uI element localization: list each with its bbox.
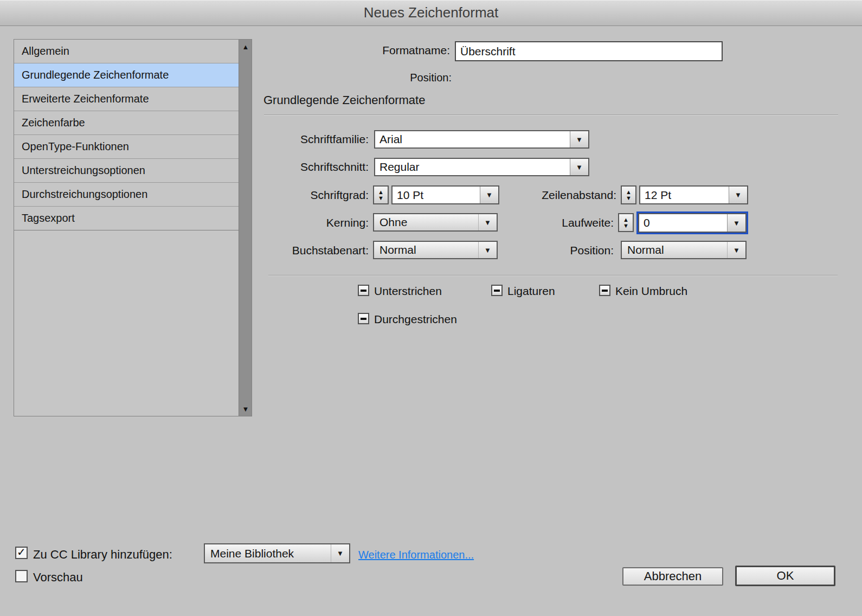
buchstabenart-label: Buchstabenart:: [249, 244, 369, 257]
chevron-down-icon[interactable]: ▼: [729, 187, 747, 203]
sidebar-item-tagsexport[interactable]: Tagsexport: [14, 207, 239, 230]
stepper-down-icon[interactable]: ▼: [623, 223, 629, 229]
stepper-down-icon[interactable]: ▼: [378, 195, 384, 201]
kerning-value: Ohne: [374, 214, 478, 230]
section-divider: [264, 114, 838, 116]
stepper-down-icon[interactable]: ▼: [626, 195, 632, 201]
vorschau-label: Vorschau: [33, 570, 83, 585]
chevron-down-icon[interactable]: ▼: [478, 214, 497, 230]
chevron-down-icon[interactable]: ▼: [727, 242, 745, 258]
schriftfamilie-label: Schriftfamilie:: [249, 133, 369, 146]
laufweite-value: 0: [639, 214, 727, 232]
unterstrichen-label: Unterstrichen: [374, 285, 442, 298]
schriftschnitt-label: Schriftschnitt:: [249, 161, 369, 174]
durchgestrichen-checkbox[interactable]: [358, 313, 369, 324]
indeterminate-dash-icon: [361, 318, 366, 320]
schriftgrad-combo[interactable]: 10 Pt ▼: [391, 185, 499, 204]
sidebar-item-erweiterte-zeichenformate[interactable]: Erweiterte Zeichenformate: [14, 87, 239, 111]
sidebar-item-unterstreichungsoptionen[interactable]: Unterstreichungsoptionen: [14, 159, 239, 183]
chevron-down-icon[interactable]: ▼: [570, 159, 588, 175]
sidebar-item-grundlegende-zeichenformate[interactable]: Grundlegende Zeichenformate: [14, 63, 239, 87]
zeilenabstand-value: 12 Pt: [640, 187, 729, 203]
zeilenabstand-label: Zeilenabstand:: [499, 189, 616, 202]
zeilenabstand-stepper[interactable]: ▲ ▼: [621, 185, 636, 204]
sidebar-item-opentype-funktionen[interactable]: OpenType-Funktionen: [14, 135, 239, 159]
schriftgrad-value: 10 Pt: [393, 187, 480, 203]
schriftschnitt-combo[interactable]: Regular ▼: [374, 158, 589, 176]
laufweite-combo[interactable]: 0 ▼: [638, 213, 747, 233]
weitere-informationen-link[interactable]: Weitere Informationen...: [358, 549, 474, 561]
schriftgrad-stepper[interactable]: ▲ ▼: [373, 185, 389, 204]
cancel-button[interactable]: Abbrechen: [622, 567, 723, 586]
indeterminate-dash-icon: [361, 290, 366, 292]
sidebar-item-zeichenfarbe[interactable]: Zeichenfarbe: [14, 111, 239, 135]
cc-library-value: Meine Bibliothek: [205, 544, 331, 562]
indeterminate-dash-icon: [602, 290, 608, 292]
stepper-up-icon[interactable]: ▲: [623, 217, 629, 223]
stepper-up-icon[interactable]: ▲: [378, 189, 384, 195]
indeterminate-dash-icon: [494, 290, 500, 292]
laufweite-label: Laufweite:: [499, 216, 614, 229]
scroll-down-icon[interactable]: ▼: [239, 403, 252, 415]
chevron-down-icon[interactable]: ▼: [478, 242, 497, 258]
cancel-button-label: Abbrechen: [644, 569, 702, 583]
schriftgrad-label: Schriftgrad:: [249, 189, 369, 202]
position-top-label: Position:: [304, 72, 452, 84]
formatname-label: Formatname:: [304, 44, 450, 57]
position-value: Normal: [622, 242, 727, 258]
zeilenabstand-combo[interactable]: 12 Pt ▼: [639, 185, 748, 204]
ok-button-label: OK: [777, 569, 794, 583]
kerning-popup[interactable]: Ohne ▼: [373, 213, 498, 232]
check-icon: ✓: [17, 546, 26, 559]
buchstabenart-value: Normal: [374, 242, 478, 258]
kein-umbruch-label: Kein Umbruch: [615, 285, 687, 298]
stepper-up-icon[interactable]: ▲: [626, 189, 632, 195]
sidebar-item-durchstreichungsoptionen[interactable]: Durchstreichungsoptionen: [14, 183, 239, 207]
unterstrichen-checkbox[interactable]: [358, 285, 369, 296]
formatname-input[interactable]: Überschrift: [455, 41, 723, 61]
buchstabenart-popup[interactable]: Normal ▼: [373, 241, 498, 259]
vorschau-checkbox[interactable]: [15, 570, 28, 582]
style-options-items: Allgemein Grundlegende Zeichenformate Er…: [14, 40, 239, 230]
chevron-down-icon[interactable]: ▼: [570, 131, 588, 147]
cc-library-popup[interactable]: Meine Bibliothek ▼: [204, 543, 350, 563]
schriftfamilie-value: Arial: [375, 131, 570, 147]
schriftfamilie-combo[interactable]: Arial ▼: [374, 130, 589, 149]
cc-library-checkbox[interactable]: ✓: [15, 547, 28, 559]
position-popup[interactable]: Normal ▼: [621, 241, 747, 259]
position-label: Position:: [499, 244, 614, 257]
chevron-down-icon[interactable]: ▼: [331, 544, 349, 562]
sidebar-item-allgemein[interactable]: Allgemein: [14, 40, 239, 63]
kerning-label: Kerning:: [249, 216, 369, 229]
dialog-title: Neues Zeichenformat: [364, 4, 499, 21]
durchgestrichen-label: Durchgestrichen: [374, 313, 457, 326]
kein-umbruch-checkbox[interactable]: [599, 285, 610, 296]
style-options-list: Allgemein Grundlegende Zeichenformate Er…: [14, 39, 252, 416]
formatname-value: Überschrift: [460, 45, 516, 58]
scroll-up-icon[interactable]: ▲: [239, 41, 252, 53]
section-title: Grundlegende Zeichenformate: [263, 93, 425, 107]
dialog-title-bar: Neues Zeichenformat: [0, 0, 862, 26]
ligaturen-checkbox[interactable]: [491, 285, 503, 296]
laufweite-stepper[interactable]: ▲ ▼: [618, 213, 634, 232]
ligaturen-label: Ligaturen: [507, 285, 555, 298]
cc-library-label: Zu CC Library hinzufügen:: [33, 548, 172, 562]
chevron-down-icon[interactable]: ▼: [480, 187, 498, 203]
chevron-down-icon[interactable]: ▼: [727, 214, 745, 232]
ok-button[interactable]: OK: [735, 566, 835, 586]
schriftschnitt-value: Regular: [375, 159, 570, 175]
options-divider: [268, 275, 838, 276]
